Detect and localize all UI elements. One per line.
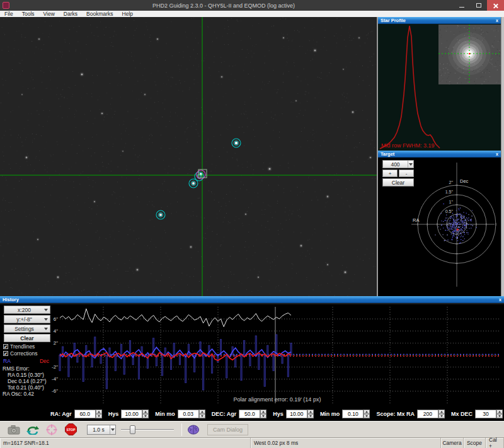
window-edge-strip: [501, 17, 504, 296]
scope-mxra-input[interactable]: [417, 410, 438, 418]
spin-down-icon[interactable]: [199, 414, 205, 418]
stop-sign-icon: STOP: [65, 423, 77, 435]
scope-mxdec-input[interactable]: [475, 410, 496, 418]
dec-minmo-spinner: [342, 410, 370, 418]
menu-item-darks[interactable]: Darks: [59, 11, 82, 17]
status-scope: Scope: [464, 438, 486, 448]
target-body: 2"1.5"1"0.5"DecRA 400 + - Clear: [378, 158, 501, 289]
loop-exposures-button[interactable]: [25, 423, 40, 436]
menu-bar: File Tools View Darks Bookmarks Help: [0, 11, 504, 17]
history-clear-button[interactable]: Clear: [4, 334, 50, 342]
chevron-down-icon: [44, 309, 48, 311]
history-yscale-select[interactable]: y:+/-8": [4, 315, 50, 323]
spin-up-icon[interactable]: [364, 410, 370, 414]
target-zoom-in-button[interactable]: +: [382, 169, 398, 177]
menu-item-help[interactable]: Help: [118, 11, 137, 17]
camera-icon: [8, 425, 20, 435]
ra-minmo-input[interactable]: [178, 410, 199, 418]
target-close-icon[interactable]: x: [496, 152, 498, 156]
guide-button[interactable]: [44, 423, 59, 436]
chevron-down-icon[interactable]: [408, 161, 413, 168]
target-titlebar[interactable]: Target x: [378, 151, 501, 158]
history-settings-select[interactable]: Settings: [4, 325, 50, 333]
menu-item-bookmarks[interactable]: Bookmarks: [82, 11, 118, 17]
dec-hys-input[interactable]: [286, 410, 307, 418]
history-graph: 6"4"2"-2"-4"-6": [0, 304, 504, 406]
target-title: Target: [381, 151, 394, 157]
phd2-window: PHD2 Guiding 2.3.0 - QHY5L-II and EQMOD …: [0, 0, 504, 448]
spin-down-icon[interactable]: [438, 414, 445, 418]
ra-legend-label: RA: [3, 358, 11, 364]
dec-agr-spinner: [239, 410, 266, 418]
spin-down-icon[interactable]: [364, 414, 370, 418]
spin-up-icon[interactable]: [260, 410, 266, 414]
scope-mxdec-spinner: [475, 410, 503, 418]
spin-down-icon[interactable]: [260, 414, 266, 418]
target-clear-button[interactable]: Clear: [382, 178, 414, 187]
exposure-value: 1.0 s: [88, 427, 110, 433]
spin-up-icon[interactable]: [438, 410, 445, 414]
ra-agr-input[interactable]: [74, 410, 96, 418]
target-zoom-out-button[interactable]: -: [399, 169, 414, 177]
dec-agr-input[interactable]: [239, 410, 260, 418]
cam-dialog-button[interactable]: Cam Dialog: [207, 424, 248, 435]
rms-dec: Dec 0.14 (0.27"): [3, 378, 54, 384]
exposure-select[interactable]: 1.0 s: [87, 425, 116, 435]
trendlines-checkbox[interactable]: ✔: [3, 344, 8, 349]
spin-up-icon[interactable]: [142, 410, 149, 414]
minimize-icon: [459, 7, 464, 8]
star-profile-close-icon[interactable]: x: [496, 18, 498, 23]
history-xscale-select[interactable]: x:200: [4, 306, 50, 314]
window-title: PHD2 Guiding 2.3.0 - QHY5L-II and EQMOD …: [0, 3, 447, 9]
star-profile-panel: Star Profile x Mid row FWHM: 3.19: [378, 17, 501, 151]
spin-down-icon[interactable]: [96, 414, 102, 418]
dec-agr-label: DEC: Agr: [212, 411, 237, 417]
history-titlebar[interactable]: History x: [0, 296, 504, 303]
svg-text:Dec: Dec: [460, 178, 469, 184]
guide-camera-view[interactable]: [0, 17, 377, 296]
advanced-settings-button[interactable]: [186, 423, 201, 436]
star-profile-title: Star Profile: [381, 18, 406, 23]
svg-text:1.5": 1.5": [445, 190, 454, 194]
spin-up-icon[interactable]: [307, 410, 314, 414]
scope-mxra-label: Scope: Mx RA: [376, 411, 415, 417]
history-close-icon[interactable]: x: [499, 297, 501, 302]
dec-minmo-input[interactable]: [342, 410, 364, 418]
menu-item-view[interactable]: View: [39, 11, 59, 17]
minimize-button[interactable]: [453, 0, 470, 11]
rms-ra: RA 0.15 (0.30"): [3, 372, 54, 378]
menu-item-tools[interactable]: Tools: [18, 11, 39, 17]
svg-text:0.5": 0.5": [445, 209, 454, 214]
history-body: 6"4"2"-2"-4"-6" x:200 y:+/-8" Settings C…: [0, 304, 504, 406]
stop-button[interactable]: STOP: [63, 423, 78, 436]
gamma-slider[interactable]: [121, 425, 174, 435]
connect-camera-button[interactable]: [6, 423, 21, 436]
spin-up-icon[interactable]: [199, 410, 205, 414]
close-button[interactable]: [487, 0, 504, 11]
spin-up-icon[interactable]: [96, 410, 102, 414]
target-zoom-select[interactable]: 400: [382, 160, 414, 168]
ra-hys-spinner: [121, 410, 149, 418]
slider-thumb[interactable]: [130, 425, 135, 434]
main-toolbar: STOP 1.0 s Cam Dialog: [0, 421, 504, 437]
close-icon: [493, 3, 498, 8]
ra-minmo-spinner: [178, 410, 205, 418]
trendlines-label: Trendlines: [10, 343, 35, 350]
ra-minmo-label: Min mo: [155, 411, 175, 417]
target-panel: Target x 2"1.5"1"0.5"DecRA 400 + -: [378, 151, 501, 289]
star-profile-titlebar[interactable]: Star Profile x: [378, 17, 501, 24]
scope-mxra-spinner: [417, 410, 445, 418]
spin-down-icon[interactable]: [496, 414, 503, 418]
maximize-button[interactable]: [470, 0, 487, 11]
status-cal: Cal +: [486, 438, 504, 448]
spin-down-icon[interactable]: [307, 414, 314, 418]
corrections-label: Corrections: [10, 350, 37, 357]
dec-hys-spinner: [286, 410, 314, 418]
spin-down-icon[interactable]: [142, 414, 149, 418]
star-thumbnail: [438, 25, 501, 84]
ra-osc: RA Osc: 0.42: [3, 391, 54, 397]
menu-item-file[interactable]: File: [0, 11, 18, 17]
spin-up-icon[interactable]: [496, 410, 503, 414]
corrections-checkbox[interactable]: ✔: [3, 351, 8, 356]
ra-hys-input[interactable]: [121, 410, 142, 418]
